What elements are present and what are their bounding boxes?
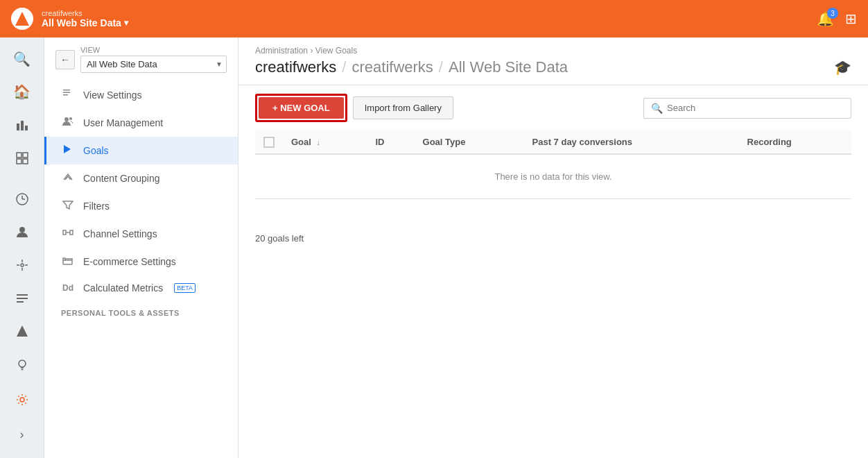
view-label: VIEW [80,46,224,54]
nav-reports-icon[interactable] [6,109,39,141]
table-header-row: Goal ↓ ID Goal Type Past 7 day conversio… [255,130,851,154]
nav-lightbulb-icon[interactable] [6,348,39,382]
recording-column-header: Recording [739,130,851,154]
table-empty-row: There is no data for this view. [255,154,851,199]
page-title: creatifwerks / creatifwerks / All Web Si… [255,58,851,76]
breadcrumb-admin[interactable]: Administration [255,46,308,56]
notification-badge: 3 [827,8,838,19]
content-grouping-label: Content Grouping [83,173,160,184]
toolbar: + NEW GOAL Import from Gallery 🔍 [238,85,868,130]
table-spacer-row [255,198,851,226]
svg-point-27 [64,117,69,121]
svg-point-23 [20,398,24,402]
svg-point-11 [21,264,24,266]
channel-settings-label: Channel Settings [83,228,157,239]
svg-rect-16 [17,294,28,296]
breadcrumb-page[interactable]: View Goals [315,46,357,56]
svg-marker-19 [17,325,28,337]
checkbox-header [255,130,283,154]
sidebar: ← VIEW All Web Site Data View Settings U… [44,37,238,458]
sidebar-item-content-grouping[interactable]: Content Grouping [44,164,238,192]
svg-rect-2 [25,126,28,130]
sidebar-item-ecommerce[interactable]: E-commerce Settings [44,248,238,275]
view-settings-icon [61,88,75,102]
view-select-wrapper: All Web Site Data [80,56,227,73]
notification-icon[interactable]: 🔔 3 [817,10,834,27]
svg-rect-26 [63,94,68,96]
user-management-icon [61,116,75,130]
svg-rect-4 [23,153,28,158]
nav-audience-icon[interactable] [6,217,39,248]
ecommerce-label: E-commerce Settings [83,256,176,267]
top-bar-icons: 🔔 3 ⊞ [817,10,857,27]
header-checkbox[interactable] [263,137,275,148]
view-settings-label: View Settings [83,90,142,101]
content-area: Administration › View Goals creatifwerks… [238,37,868,458]
svg-rect-3 [17,153,21,158]
title-sep2: / [439,58,443,76]
sidebar-item-goals[interactable]: Goals [44,137,238,164]
goals-table: Goal ↓ ID Goal Type Past 7 day conversio… [255,130,851,226]
svg-point-28 [69,117,72,120]
goals-label: Goals [83,145,109,156]
svg-rect-6 [23,159,28,164]
empty-message: There is no data for this view. [255,154,851,199]
personal-tools-label: PERSONAL TOOLS & ASSETS [44,300,238,320]
sidebar-item-user-management[interactable]: User Management [44,109,238,137]
import-from-gallery-button[interactable]: Import from Gallery [353,96,453,119]
apps-grid-icon[interactable]: ⊞ [845,10,857,27]
new-goal-button-wrapper: + NEW GOAL [255,94,347,122]
svg-rect-1 [21,121,24,130]
main-layout: 🔍 🏠 › [0,37,868,458]
title-sub1: creatifwerks [351,58,433,76]
svg-rect-5 [17,159,21,164]
property-name[interactable]: All Web Site Data ▾ [42,17,128,28]
svg-point-10 [19,227,25,232]
user-management-label: User Management [83,117,163,128]
svg-rect-33 [63,258,65,260]
nav-expand-icon[interactable]: › [6,418,39,451]
top-bar-title: creatifwerks All Web Site Data ▾ [42,9,128,28]
nav-acquisition-icon[interactable] [6,249,39,281]
back-button[interactable]: ← [55,50,75,69]
sidebar-item-channel-settings[interactable]: Channel Settings [44,220,238,248]
search-icon: 🔍 [651,103,663,114]
id-column-header: ID [367,130,414,154]
nav-realtime-icon[interactable] [6,183,39,215]
svg-point-20 [19,360,26,367]
sort-icon: ↓ [317,138,321,146]
nav-conversions-icon[interactable] [6,315,39,347]
account-name: creatifwerks [42,9,128,17]
svg-rect-30 [63,230,66,235]
filters-label: Filters [83,201,110,212]
calculated-metrics-label: Calculated Metrics [83,282,163,294]
content-grouping-icon [61,171,75,185]
sidebar-item-calculated-metrics[interactable]: Dd Calculated Metrics BETA [44,275,238,300]
nav-behavior-icon[interactable] [6,282,39,314]
search-box: 🔍 [643,98,851,119]
goal-column-header[interactable]: Goal ↓ [283,130,367,154]
logo-triangle [15,12,29,26]
nav-customization-icon[interactable] [6,142,39,174]
breadcrumb-sep: › [310,46,315,56]
nav-settings-icon[interactable] [6,383,39,416]
svg-rect-25 [63,92,70,94]
nav-search-icon[interactable]: 🔍 [6,43,39,75]
svg-marker-29 [64,145,71,153]
sidebar-item-view-settings[interactable]: View Settings [44,81,238,109]
sidebar-item-filters[interactable]: Filters [44,192,238,220]
view-selector[interactable]: All Web Site Data [80,56,227,73]
top-bar: creatifwerks All Web Site Data ▾ 🔔 3 ⊞ [0,0,868,37]
channel-settings-icon [61,227,75,241]
search-input[interactable] [667,103,844,113]
ecommerce-icon [61,255,75,269]
property-dropdown-arrow[interactable]: ▾ [124,18,128,28]
svg-rect-17 [17,298,28,299]
nav-home-icon[interactable]: 🏠 [6,76,39,108]
new-goal-button[interactable]: + NEW GOAL [259,97,344,119]
title-sep1: / [342,58,346,76]
graduation-hat-icon[interactable]: 🎓 [834,59,851,76]
content-header: Administration › View Goals creatifwerks… [238,37,868,85]
filters-icon [61,199,75,213]
title-sub2: All Web Site Data [449,58,568,76]
